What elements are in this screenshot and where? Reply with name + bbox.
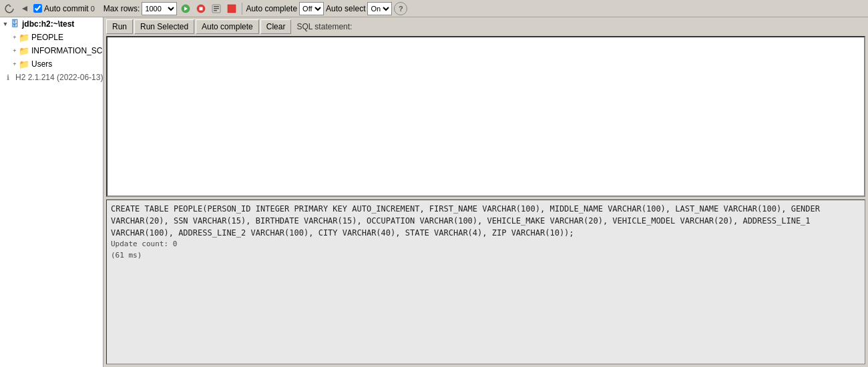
tree-item-version: ℹ H2 2.1.214 (2022-06-13) <box>0 71 103 84</box>
tree-item-people[interactable]: + 📁 PEOPLE <box>0 31 103 44</box>
auto-commit-label: Auto commit <box>44 4 89 13</box>
expand-info-schema-icon: + <box>11 47 19 55</box>
folder-users-icon: 📁 <box>19 59 29 69</box>
svg-rect-7 <box>214 8 219 9</box>
tree-item-users[interactable]: + 📁 Users <box>0 57 103 71</box>
results-area: CREATE TABLE PEOPLE(PERSON_ID INTEGER PR… <box>106 200 865 364</box>
svg-rect-6 <box>214 6 219 7</box>
badge-zero-a: 0 <box>91 5 101 13</box>
svg-rect-8 <box>214 10 217 11</box>
stop-icon[interactable] <box>194 2 208 15</box>
users-label: Users <box>31 59 52 69</box>
auto-commit-checkbox-wrapper: Auto commit <box>33 4 89 13</box>
folder-people-icon: 📁 <box>19 32 29 43</box>
left-panel: ▼ 🗄 jdbc:h2:~\test + 📁 PEOPLE + 📁 INFORM… <box>0 17 103 367</box>
run-icon[interactable] <box>179 2 192 15</box>
run-selected-button[interactable]: Run Selected <box>134 19 194 34</box>
auto-commit-checkbox[interactable] <box>33 4 42 13</box>
expand-icon: ▼ <box>1 20 9 28</box>
reconnect-icon[interactable] <box>3 2 16 15</box>
auto-complete-select[interactable]: Off On <box>299 2 324 15</box>
back-icon[interactable] <box>18 2 31 15</box>
svg-rect-9 <box>228 5 236 13</box>
toolbar: Auto commit 0 Max rows: 1000 100 500 100… <box>0 0 868 17</box>
auto-complete-label: Auto complete <box>246 4 297 13</box>
right-panel: Run Run Selected Auto complete Clear SQL… <box>103 17 868 367</box>
auto-select-select[interactable]: On Off <box>367 2 392 15</box>
result-timing: (61 ms) <box>111 250 861 262</box>
abort-icon[interactable] <box>225 2 238 15</box>
auto-complete-button[interactable]: Auto complete <box>196 19 259 34</box>
connection-label: jdbc:h2:~\test <box>22 19 74 29</box>
tree-item-information-schema[interactable]: + 📁 INFORMATION_SCHEMA <box>0 44 103 57</box>
svg-rect-4 <box>200 7 203 10</box>
main-layout: ▼ 🗄 jdbc:h2:~\test + 📁 PEOPLE + 📁 INFORM… <box>0 17 868 367</box>
people-label: PEOPLE <box>31 33 63 42</box>
auto-select-label: Auto select <box>326 4 365 13</box>
info-version-icon: ℹ <box>3 72 13 83</box>
max-rows-select[interactable]: 1000 100 500 10000 <box>142 2 177 15</box>
expand-people-icon: + <box>11 33 19 41</box>
folder-info-schema-icon: 📁 <box>19 45 29 56</box>
sql-editor-container <box>106 36 865 197</box>
expand-users-icon: + <box>11 60 19 68</box>
separator-1 <box>242 3 242 15</box>
max-rows-label: Max rows: <box>103 4 140 13</box>
help-icon[interactable]: ? <box>394 2 407 15</box>
button-bar: Run Run Selected Auto complete Clear SQL… <box>103 17 868 36</box>
result-sql-echo: CREATE TABLE PEOPLE(PERSON_ID INTEGER PR… <box>111 203 861 239</box>
run-button[interactable]: Run <box>106 19 133 34</box>
sql-textarea[interactable] <box>107 37 864 124</box>
result-update-count: Update count: 0 <box>111 239 861 250</box>
svg-marker-0 <box>22 6 27 11</box>
db-icon: 🗄 <box>9 19 20 29</box>
sql-statement-label: SQL statement: <box>296 22 352 31</box>
history-icon[interactable] <box>210 2 223 15</box>
clear-button[interactable]: Clear <box>260 19 292 34</box>
info-schema-label: INFORMATION_SCHEMA <box>31 46 103 55</box>
version-label: H2 2.1.214 (2022-06-13) <box>15 73 103 82</box>
tree-connection-root[interactable]: ▼ 🗄 jdbc:h2:~\test <box>0 17 103 31</box>
